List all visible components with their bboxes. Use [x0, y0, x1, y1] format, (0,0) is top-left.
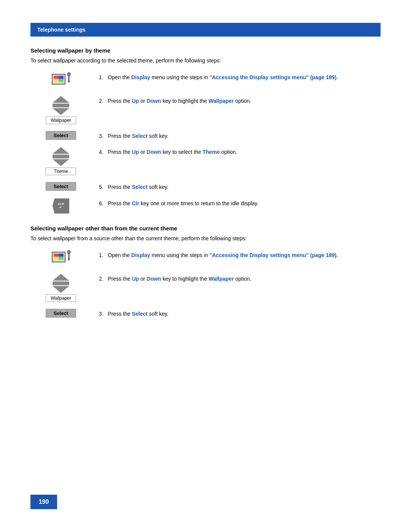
nav-icon-2 [53, 147, 69, 166]
step-5-icon: Select [30, 182, 91, 191]
section1-title: Selecting wallpaper by theme [30, 47, 381, 54]
step-4-row: Theme 4. Press the Up or Down key to sel… [30, 147, 381, 175]
s2-step-3-before: Press the [108, 311, 132, 317]
theme-screen-label: Theme [46, 168, 76, 175]
screen-q1-2 [54, 254, 59, 257]
step-1-text: 1. Open the Display menu using the steps… [99, 72, 381, 81]
wallpaper-screen-label: Wallpaper [46, 117, 76, 124]
monitor-screen-2 [54, 254, 64, 260]
center-bar [53, 104, 69, 107]
down-arrow-icon-2 [53, 159, 69, 166]
step-1-page-link[interactable]: "Accessing the Display settings menu" (p… [209, 74, 338, 80]
nav-icon [53, 96, 69, 115]
monitor-icon-2 [52, 252, 65, 262]
s2-step-3-text: 3. Press the Select soft key. [99, 309, 381, 318]
step-6-row: CLR↵ 6. Press the Clr key one or more ti… [30, 198, 381, 214]
page-container: Telephone settings Selecting wallpaper b… [0, 0, 411, 360]
screen-q3-2 [54, 257, 59, 260]
step-2-or: or [139, 98, 147, 104]
s2-step-3-icon: Select [30, 309, 91, 318]
screen-q3 [54, 79, 59, 82]
s2-step-1-before: Open the [108, 252, 131, 258]
monitor-screen [54, 76, 64, 82]
step-5-num: 5. [99, 184, 106, 190]
s2-step-3-select: Select [132, 311, 147, 317]
wrench-icon [65, 72, 72, 83]
nav-icon-3 [53, 274, 69, 293]
center-bar-3 [53, 281, 69, 285]
step-1-display-link[interactable]: Display [131, 74, 150, 80]
s2-step-1-text: 1. Open the Display menu using the steps… [99, 250, 381, 259]
step-1-num: 1. [99, 74, 106, 80]
step-6-after: key one or more times to return to the i… [139, 200, 258, 206]
s2-step-1-num: 1. [99, 252, 106, 258]
up-arrow-icon-3 [53, 274, 69, 281]
up-arrow-icon [53, 96, 69, 103]
select-button-2[interactable]: Select [46, 182, 76, 191]
section1-intro: To select wallpaper according to the sel… [30, 57, 381, 65]
section2-title: Selecting wallpaper other than from the … [30, 225, 381, 232]
step-3-row: Select 3. Press the Select soft key. [30, 131, 381, 140]
s2-step-2-up: Up [132, 276, 139, 282]
step-3-num: 3. [99, 133, 106, 139]
step-6-icon: CLR↵ [30, 198, 91, 214]
s2-step-2-row: Wallpaper 2. Press the Up or Down key to… [30, 274, 381, 302]
step-2-before: Press the [108, 98, 132, 104]
s2-step-3-num: 3. [99, 311, 106, 317]
select-button-1[interactable]: Select [46, 131, 76, 140]
select-button-3[interactable]: Select [46, 309, 76, 318]
step-3-select: Select [132, 133, 147, 139]
display-menu-icon [52, 72, 70, 89]
s2-step-2-or: or [139, 276, 147, 282]
step-4-down: Down [147, 149, 161, 155]
step-3-icon: Select [30, 131, 91, 140]
section-wallpaper-other: Selecting wallpaper other than from the … [30, 225, 381, 318]
step-4-after: option. [220, 149, 237, 155]
step-5-select: Select [132, 184, 147, 190]
step-4-or: or [139, 149, 147, 155]
step-4-text: 4. Press the Up or Down key to select th… [99, 147, 381, 156]
down-arrow-icon-3 [53, 286, 69, 293]
step-3-before: Press the [108, 133, 132, 139]
step-2-highlight: key to highlight the [161, 98, 209, 104]
step-2-wallpaper: Wallpaper [209, 98, 234, 104]
step-4-up: Up [132, 149, 139, 155]
nav-arrows-wallpaper: Wallpaper [46, 96, 76, 124]
header-bar: Telephone settings [30, 23, 381, 37]
page-number: 190 [30, 495, 57, 509]
step-2-down: Down [147, 98, 161, 104]
step-3-text: 3. Press the Select soft key. [99, 131, 381, 140]
svg-marker-5 [68, 259, 70, 260]
wallpaper-screen-label-2: Wallpaper [46, 294, 76, 302]
section-wallpaper-by-theme: Selecting wallpaper by theme To select w… [30, 47, 381, 214]
center-bar-2 [53, 155, 69, 158]
step-1-icon [30, 72, 91, 89]
step-4-before: Press the [108, 149, 132, 155]
section2-intro: To select wallpaper from a source other … [30, 235, 381, 243]
step-6-text: 6. Press the Clr key one or more times t… [99, 198, 381, 208]
down-arrow-icon [53, 108, 69, 115]
header-title: Telephone settings [37, 27, 86, 33]
step-2-icon: Wallpaper [30, 96, 91, 124]
up-arrow-icon-2 [53, 147, 69, 154]
s2-step-1-row: 1. Open the Display menu using the steps… [30, 250, 381, 267]
s2-step-2-mid: key to highlight the [161, 276, 209, 282]
s2-step-2-before: Press the [108, 276, 132, 282]
clr-text: CLR↵ [58, 203, 64, 209]
s2-step-1-page-link[interactable]: "Accessing the Display settings menu" (p… [209, 252, 338, 258]
page-footer: 190 [30, 495, 57, 509]
step-5-text: 5. Press the Select soft key. [99, 182, 381, 191]
section1-steps: 1. Open the Display menu using the steps… [30, 72, 381, 214]
s2-step-2-down: Down [147, 276, 161, 282]
step-2-row: Wallpaper 2. Press the Up or Down key to… [30, 96, 381, 124]
display-menu-icon-2 [52, 250, 70, 267]
step-4-select: key to select the [161, 149, 202, 155]
s2-step-3-after: soft key. [148, 311, 169, 317]
s2-step-1-display-link[interactable]: Display [131, 252, 150, 258]
svg-marker-2 [68, 81, 70, 83]
step-5-before: Press the [108, 184, 132, 190]
s2-step-2-icon: Wallpaper [30, 274, 91, 302]
s2-step-1-icon [30, 250, 91, 267]
step-3-after: soft key. [148, 133, 169, 139]
step-2-text: 2. Press the Up or Down key to highlight… [99, 96, 381, 105]
